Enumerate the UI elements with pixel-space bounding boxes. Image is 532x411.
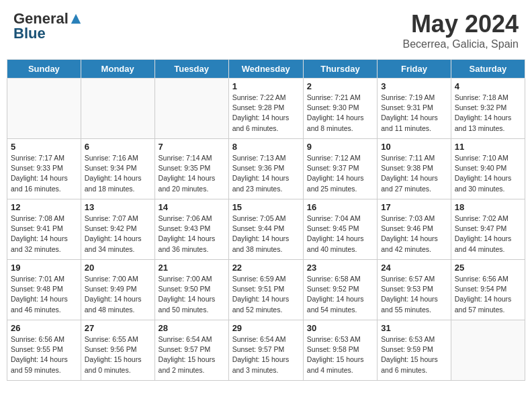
day-info: Sunrise: 7:05 AM Sunset: 9:44 PM Dayligh… [232,214,300,255]
calendar-week-1: 1Sunrise: 7:22 AM Sunset: 9:28 PM Daylig… [7,79,525,139]
day-number: 24 [381,263,447,273]
day-number: 21 [159,263,225,273]
day-info: Sunrise: 7:12 AM Sunset: 9:37 PM Dayligh… [307,153,373,194]
calendar-cell: 13Sunrise: 7:07 AM Sunset: 9:42 PM Dayli… [81,199,154,260]
day-number: 15 [232,202,300,212]
calendar-cell: 16Sunrise: 7:04 AM Sunset: 9:45 PM Dayli… [303,199,377,260]
day-number: 18 [455,202,521,212]
day-number: 14 [159,202,225,212]
calendar-cell: 2Sunrise: 7:21 AM Sunset: 9:30 PM Daylig… [303,79,377,139]
day-number: 13 [85,202,151,212]
day-info: Sunrise: 7:21 AM Sunset: 9:30 PM Dayligh… [307,93,373,134]
day-info: Sunrise: 6:56 AM Sunset: 9:54 PM Dayligh… [455,274,521,315]
calendar-table: SundayMondayTuesdayWednesdayThursdayFrid… [7,59,525,381]
calendar-cell: 31Sunrise: 6:53 AM Sunset: 9:59 PM Dayli… [378,320,451,381]
day-number: 3 [381,81,447,91]
day-number: 9 [307,142,373,152]
title-block: May 2024 Becerrea, Galicia, Spain [402,10,519,50]
day-number: 7 [159,142,225,152]
day-number: 31 [381,323,447,333]
day-info: Sunrise: 6:55 AM Sunset: 9:56 PM Dayligh… [85,334,151,375]
calendar-cell: 8Sunrise: 7:13 AM Sunset: 9:36 PM Daylig… [228,139,303,199]
day-info: Sunrise: 7:02 AM Sunset: 9:47 PM Dayligh… [455,214,521,255]
day-number: 8 [232,142,300,152]
day-number: 5 [11,142,77,152]
weekday-header-saturday: Saturday [451,60,525,79]
calendar-cell: 5Sunrise: 7:17 AM Sunset: 9:33 PM Daylig… [7,139,81,199]
calendar-cell: 4Sunrise: 7:18 AM Sunset: 9:32 PM Daylig… [451,79,525,139]
day-info: Sunrise: 7:00 AM Sunset: 9:49 PM Dayligh… [85,274,151,315]
calendar-cell: 10Sunrise: 7:11 AM Sunset: 9:38 PM Dayli… [378,139,451,199]
weekday-header-tuesday: Tuesday [154,60,228,79]
day-number: 27 [85,323,151,333]
month-year: May 2024 [402,10,519,38]
calendar-cell: 20Sunrise: 7:00 AM Sunset: 9:49 PM Dayli… [81,260,154,320]
weekday-header-friday: Friday [378,60,451,79]
calendar-cell: 24Sunrise: 6:57 AM Sunset: 9:53 PM Dayli… [378,260,451,320]
logo-blue-text: Blue [13,25,46,42]
calendar-cell: 29Sunrise: 6:54 AM Sunset: 9:57 PM Dayli… [228,320,303,381]
day-number: 19 [11,263,77,273]
day-number: 20 [85,263,151,273]
day-number: 11 [455,142,521,152]
day-number: 23 [307,263,373,273]
day-info: Sunrise: 7:04 AM Sunset: 9:45 PM Dayligh… [307,214,373,255]
day-info: Sunrise: 6:54 AM Sunset: 9:57 PM Dayligh… [232,334,300,375]
day-number: 10 [381,142,447,152]
day-info: Sunrise: 6:54 AM Sunset: 9:57 PM Dayligh… [159,334,225,375]
calendar-cell: 12Sunrise: 7:08 AM Sunset: 9:41 PM Dayli… [7,199,81,260]
calendar-cell: 3Sunrise: 7:19 AM Sunset: 9:31 PM Daylig… [378,79,451,139]
day-number: 6 [85,142,151,152]
calendar-cell: 30Sunrise: 6:53 AM Sunset: 9:58 PM Dayli… [303,320,377,381]
weekday-header-wednesday: Wednesday [228,60,303,79]
day-info: Sunrise: 6:57 AM Sunset: 9:53 PM Dayligh… [381,274,447,315]
calendar-cell: 28Sunrise: 6:54 AM Sunset: 9:57 PM Dayli… [154,320,228,381]
calendar-cell: 17Sunrise: 7:03 AM Sunset: 9:46 PM Dayli… [378,199,451,260]
logo: General Blue [13,10,82,42]
calendar-cell: 21Sunrise: 7:00 AM Sunset: 9:50 PM Dayli… [154,260,228,320]
page-header: General Blue May 2024 Becerrea, Galicia,… [7,7,525,54]
day-number: 29 [232,323,300,333]
day-info: Sunrise: 7:07 AM Sunset: 9:42 PM Dayligh… [85,214,151,255]
day-info: Sunrise: 7:16 AM Sunset: 9:34 PM Dayligh… [85,153,151,194]
day-info: Sunrise: 7:11 AM Sunset: 9:38 PM Dayligh… [381,153,447,194]
day-info: Sunrise: 6:56 AM Sunset: 9:55 PM Dayligh… [11,334,77,375]
calendar-cell: 19Sunrise: 7:01 AM Sunset: 9:48 PM Dayli… [7,260,81,320]
day-info: Sunrise: 6:58 AM Sunset: 9:52 PM Dayligh… [307,274,373,315]
calendar-cell: 26Sunrise: 6:56 AM Sunset: 9:55 PM Dayli… [7,320,81,381]
calendar-cell [81,79,154,139]
day-info: Sunrise: 7:08 AM Sunset: 9:41 PM Dayligh… [11,214,77,255]
day-info: Sunrise: 7:03 AM Sunset: 9:46 PM Dayligh… [381,214,447,255]
calendar-cell: 27Sunrise: 6:55 AM Sunset: 9:56 PM Dayli… [81,320,154,381]
day-info: Sunrise: 7:13 AM Sunset: 9:36 PM Dayligh… [232,153,300,194]
day-info: Sunrise: 6:59 AM Sunset: 9:51 PM Dayligh… [232,274,300,315]
calendar-cell: 9Sunrise: 7:12 AM Sunset: 9:37 PM Daylig… [303,139,377,199]
calendar-cell [154,79,228,139]
day-info: Sunrise: 7:00 AM Sunset: 9:50 PM Dayligh… [159,274,225,315]
day-number: 4 [455,81,521,91]
calendar-cell: 7Sunrise: 7:14 AM Sunset: 9:35 PM Daylig… [154,139,228,199]
day-number: 17 [381,202,447,212]
calendar-cell: 14Sunrise: 7:06 AM Sunset: 9:43 PM Dayli… [154,199,228,260]
calendar-week-3: 12Sunrise: 7:08 AM Sunset: 9:41 PM Dayli… [7,199,525,260]
day-number: 22 [232,263,300,273]
weekday-header-monday: Monday [81,60,154,79]
calendar-cell: 23Sunrise: 6:58 AM Sunset: 9:52 PM Dayli… [303,260,377,320]
weekday-header-sunday: Sunday [7,60,81,79]
logo-icon [70,13,82,25]
day-info: Sunrise: 6:53 AM Sunset: 9:58 PM Dayligh… [307,334,373,375]
day-info: Sunrise: 7:19 AM Sunset: 9:31 PM Dayligh… [381,93,447,134]
day-info: Sunrise: 6:53 AM Sunset: 9:59 PM Dayligh… [381,334,447,375]
day-info: Sunrise: 7:01 AM Sunset: 9:48 PM Dayligh… [11,274,77,315]
calendar-cell: 18Sunrise: 7:02 AM Sunset: 9:47 PM Dayli… [451,199,525,260]
calendar-cell: 6Sunrise: 7:16 AM Sunset: 9:34 PM Daylig… [81,139,154,199]
location: Becerrea, Galicia, Spain [402,38,519,50]
day-info: Sunrise: 7:14 AM Sunset: 9:35 PM Dayligh… [159,153,225,194]
calendar-cell [451,320,525,381]
svg-marker-0 [71,14,81,24]
calendar-cell: 15Sunrise: 7:05 AM Sunset: 9:44 PM Dayli… [228,199,303,260]
calendar-week-2: 5Sunrise: 7:17 AM Sunset: 9:33 PM Daylig… [7,139,525,199]
calendar-week-4: 19Sunrise: 7:01 AM Sunset: 9:48 PM Dayli… [7,260,525,320]
calendar-cell: 1Sunrise: 7:22 AM Sunset: 9:28 PM Daylig… [228,79,303,139]
day-number: 30 [307,323,373,333]
